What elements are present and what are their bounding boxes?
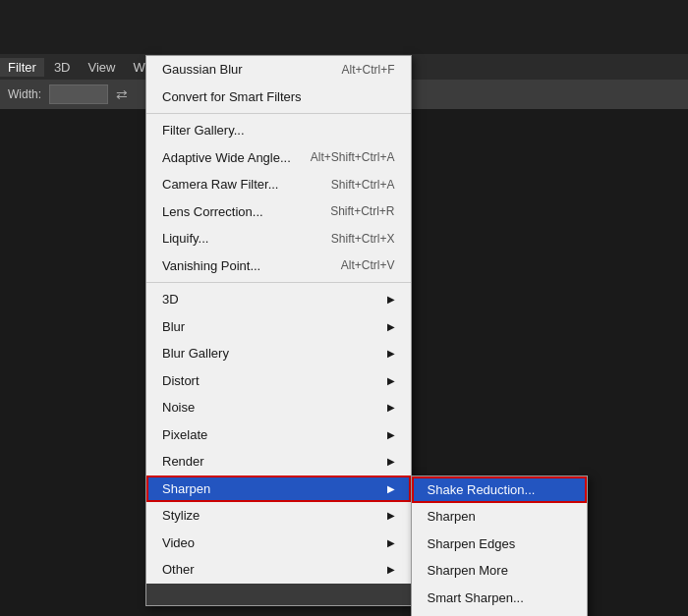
submenu-item-shake-reduction[interactable]: Shake Reduction...	[412, 476, 587, 504]
menu-item-convert-smart[interactable]: Convert for Smart Filters	[146, 84, 411, 111]
blur-gallery-label: Blur Gallery	[162, 344, 229, 364]
adaptive-wide-shortcut: Alt+Shift+Ctrl+A	[311, 148, 395, 166]
noise-label: Noise	[162, 398, 195, 418]
menu-item-camera-raw[interactable]: Camera Raw Filter... Shift+Ctrl+A	[146, 171, 411, 198]
separator-1	[146, 113, 411, 114]
render-label: Render	[162, 452, 204, 472]
gaussian-blur-shortcut: Alt+Ctrl+F	[342, 61, 395, 79]
menu-view[interactable]: View	[81, 58, 124, 77]
submenu-item-smart-sharpen[interactable]: Smart Sharpen...	[412, 585, 587, 612]
vanishing-point-label: Vanishing Point...	[162, 256, 260, 276]
other-label: Other	[162, 560, 195, 580]
menu-item-filter-gallery[interactable]: Filter Gallery...	[146, 117, 411, 144]
app-background: Filter 3D View Window Help Width: ⇄ Gaus…	[0, 0, 688, 616]
menu-item-3d[interactable]: 3D	[146, 286, 411, 313]
submenu-item-sharpen-more[interactable]: Sharpen More	[412, 557, 587, 585]
menu-item-lens-correction[interactable]: Lens Correction... Shift+Ctrl+R	[146, 198, 411, 226]
menu-item-distort[interactable]: Distort	[146, 367, 411, 395]
sharpen-label: Sharpen	[162, 479, 210, 499]
menu-item-stylize[interactable]: Stylize	[146, 502, 411, 530]
menu-item-pixelate[interactable]: Pixelate	[146, 421, 411, 449]
width-label: Width:	[8, 87, 41, 101]
menu-item-vanishing-point[interactable]: Vanishing Point... Alt+Ctrl+V	[146, 252, 411, 280]
adaptive-wide-label: Adaptive Wide Angle...	[162, 148, 291, 168]
width-input[interactable]	[49, 84, 108, 104]
convert-smart-label: Convert for Smart Filters	[162, 87, 302, 107]
lens-correction-shortcut: Shift+Ctrl+R	[330, 202, 394, 220]
3d-label: 3D	[162, 290, 179, 309]
smart-sharpen-label: Smart Sharpen...	[428, 588, 524, 608]
menu-3d[interactable]: 3D	[46, 58, 79, 77]
video-label: Video	[162, 533, 195, 553]
filter-gallery-label: Filter Gallery...	[162, 121, 245, 140]
menu-item-blur[interactable]: Blur	[146, 313, 411, 341]
gaussian-blur-label: Gaussian Blur	[162, 60, 243, 80]
liquify-shortcut: Shift+Ctrl+X	[331, 230, 395, 248]
menu-item-render[interactable]: Render	[146, 448, 411, 476]
distort-label: Distort	[162, 371, 200, 391]
title-bar-area	[0, 0, 688, 54]
separator-2	[146, 282, 411, 283]
menu-item-gaussian-blur[interactable]: Gaussian Blur Alt+Ctrl+F	[146, 56, 411, 84]
stylize-label: Stylize	[162, 506, 200, 526]
submenu-item-unsharp-mask[interactable]: Unsharp Mask...	[412, 611, 587, 616]
camera-raw-shortcut: Shift+Ctrl+A	[331, 176, 395, 194]
liquify-label: Liquify...	[162, 229, 208, 249]
shake-reduction-label: Shake Reduction...	[428, 480, 536, 500]
menu-item-liquify[interactable]: Liquify... Shift+Ctrl+X	[146, 225, 411, 252]
toolbar-arrow-icon: ⇄	[116, 86, 128, 102]
filter-dropdown-menu: Gaussian Blur Alt+Ctrl+F Convert for Sma…	[145, 55, 412, 606]
menu-item-sharpen[interactable]: Sharpen Shake Reduction... Sharpen Sharp…	[146, 476, 411, 503]
sharpen-edges-label: Sharpen Edges	[428, 534, 516, 554]
menu-bottom-spacer	[146, 584, 411, 605]
lens-correction-label: Lens Correction...	[162, 202, 263, 222]
menu-item-blur-gallery[interactable]: Blur Gallery	[146, 340, 411, 367]
menu-item-noise[interactable]: Noise	[146, 394, 411, 421]
blur-label: Blur	[162, 317, 185, 337]
pixelate-label: Pixelate	[162, 425, 207, 445]
sharpen-submenu: Shake Reduction... Sharpen Sharpen Edges…	[411, 476, 588, 617]
menu-item-video[interactable]: Video	[146, 530, 411, 557]
vanishing-point-shortcut: Alt+Ctrl+V	[341, 256, 395, 274]
menu-item-adaptive-wide[interactable]: Adaptive Wide Angle... Alt+Shift+Ctrl+A	[146, 144, 411, 172]
sharpen-more-label: Sharpen More	[428, 561, 508, 581]
menu-item-other[interactable]: Other	[146, 556, 411, 584]
submenu-item-sharpen-edges[interactable]: Sharpen Edges	[412, 531, 587, 558]
camera-raw-label: Camera Raw Filter...	[162, 175, 278, 195]
menu-filter[interactable]: Filter	[0, 58, 44, 77]
submenu-item-sharpen[interactable]: Sharpen	[412, 503, 587, 531]
sharpen-submenu-label: Sharpen	[428, 507, 476, 527]
